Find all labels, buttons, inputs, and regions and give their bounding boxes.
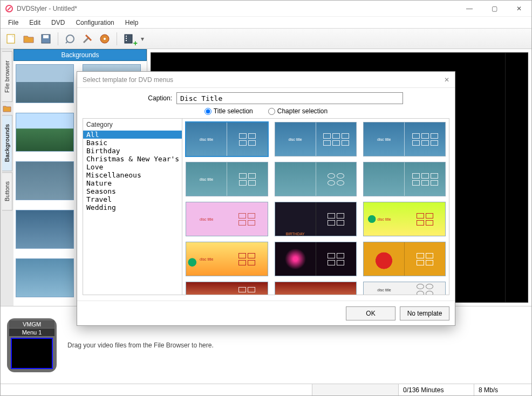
category-label: Category	[83, 119, 182, 131]
category-item[interactable]: Wedding	[83, 203, 182, 211]
template-grid: disc title disc title disc title disc ti…	[186, 122, 446, 295]
category-item[interactable]: Travel	[83, 195, 182, 203]
radio-chapter-selection[interactable]: Chapter selection	[268, 107, 328, 115]
template-scroll[interactable]: disc title disc title disc title disc ti…	[182, 119, 449, 295]
template-thumb[interactable]: disc title	[186, 122, 268, 156]
radio-title-label: Title selection	[214, 107, 253, 115]
radio-title-selection[interactable]: Title selection	[204, 107, 253, 115]
category-item[interactable]: Basic	[83, 139, 182, 147]
modal-layer: Select template for DVD menus ✕ Caption:…	[0, 0, 532, 396]
caption-label: Caption:	[83, 94, 172, 102]
template-thumb[interactable]: disc title	[186, 162, 268, 196]
ok-button[interactable]: OK	[346, 306, 395, 320]
category-item[interactable]: Love	[83, 163, 182, 171]
category-item[interactable]: Miscellaneous	[83, 171, 182, 179]
template-thumb[interactable]: disc title	[275, 122, 357, 156]
template-thumb[interactable]	[363, 242, 446, 276]
template-thumb[interactable]	[275, 242, 357, 276]
template-pane: disc title disc title disc title disc ti…	[182, 119, 449, 295]
radio-chapter-input[interactable]	[268, 108, 275, 115]
dialog-title: Select template for DVD menus	[83, 76, 173, 84]
category-item[interactable]: Seasons	[83, 187, 182, 195]
template-thumb[interactable]	[186, 282, 268, 295]
category-item[interactable]: Christmas & New Year's Eve	[83, 155, 182, 163]
template-thumb[interactable]: disc title	[363, 122, 446, 156]
app-window: DVDStyler - Untitled* — ▢ ✕ File Edit DV…	[0, 0, 532, 396]
caption-input[interactable]	[176, 92, 403, 104]
template-thumb[interactable]: disc title	[186, 242, 268, 276]
no-template-button[interactable]: No template	[400, 306, 449, 320]
category-pane: Category AllBasicBirthdayChristmas & New…	[83, 119, 182, 295]
template-thumb[interactable]	[363, 162, 446, 196]
template-thumb[interactable]: disc title	[186, 202, 268, 236]
radio-chapter-label: Chapter selection	[277, 107, 328, 115]
category-list[interactable]: AllBasicBirthdayChristmas & New Year's E…	[83, 131, 182, 295]
template-thumb[interactable]: disc title	[363, 282, 446, 295]
dialog-titlebar: Select template for DVD menus ✕	[77, 72, 455, 88]
template-thumb[interactable]: disc title	[363, 202, 446, 236]
category-item[interactable]: Birthday	[83, 147, 182, 155]
template-thumb[interactable]: BIRTHDAY	[275, 202, 357, 236]
dialog-close-button[interactable]: ✕	[444, 76, 449, 84]
radio-title-input[interactable]	[204, 108, 212, 115]
template-thumb[interactable]	[275, 162, 357, 196]
category-item[interactable]: All	[83, 131, 182, 139]
template-dialog: Select template for DVD menus ✕ Caption:…	[77, 71, 455, 326]
template-thumb[interactable]	[275, 282, 357, 295]
category-item[interactable]: Nature	[83, 179, 182, 187]
